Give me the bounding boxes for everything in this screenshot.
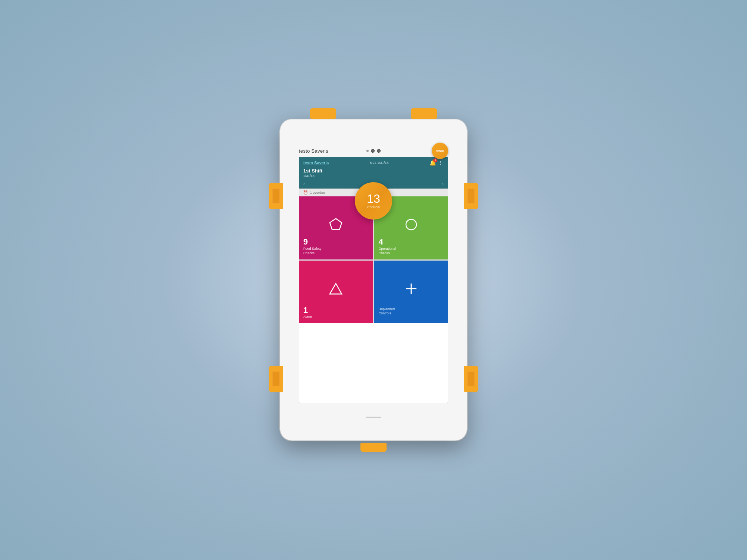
handle-left-bottom xyxy=(269,366,283,392)
shift-title: 1st Shift xyxy=(303,167,444,174)
device-brand: testo Saveris xyxy=(299,148,328,154)
handle-left-top xyxy=(269,183,283,209)
device-top-bar: testo Saveris testo xyxy=(299,140,448,161)
plus-icon xyxy=(404,281,419,298)
device-sensors xyxy=(366,149,381,153)
overdue-icon: ⏰ xyxy=(303,190,308,195)
sensor-dot xyxy=(366,150,369,152)
unplanned-label: UnplannedControls xyxy=(379,307,395,316)
handle-top-right xyxy=(411,108,437,119)
device-body: testo Saveris testo testo Saveris 8:24 1… xyxy=(280,119,467,441)
handle-right-bottom xyxy=(464,366,478,392)
handle-right-top xyxy=(464,183,478,209)
home-bar xyxy=(366,417,381,418)
circle-icon xyxy=(404,217,419,234)
handle-top-left xyxy=(310,108,336,119)
camera-sensor xyxy=(377,149,381,153)
testo-logo: testo xyxy=(432,143,448,159)
svg-marker-0 xyxy=(330,219,342,230)
operational-label: OperationalChecks xyxy=(379,247,396,255)
tile-alarm[interactable]: 1 Alarm xyxy=(299,261,373,324)
nav-prev-button[interactable]: ‹ xyxy=(303,181,305,187)
svg-point-1 xyxy=(406,220,416,230)
controls-count: 13 xyxy=(367,193,380,205)
app-time: 8:24 1/31/18 xyxy=(370,161,388,165)
handle-bottom xyxy=(360,443,387,452)
camera-front xyxy=(371,149,375,153)
svg-marker-2 xyxy=(330,283,342,294)
operational-count: 4 xyxy=(379,238,383,246)
alarm-label: Alarm xyxy=(303,315,312,320)
food-safety-label: Food SafetyChecks xyxy=(303,247,322,255)
device: testo Saveris testo testo Saveris 8:24 1… xyxy=(269,108,478,452)
shift-date: 1/31/18 xyxy=(303,174,444,178)
pentagon-icon xyxy=(328,217,343,234)
overdue-text: 1 overdue xyxy=(310,191,325,195)
controls-label: Controls xyxy=(367,205,380,209)
alarm-count: 1 xyxy=(303,306,308,314)
shift-name[interactable]: 1st Shift xyxy=(303,168,322,174)
triangle-icon xyxy=(328,281,343,298)
food-safety-count: 9 xyxy=(303,238,308,246)
tile-unplanned[interactable]: UnplannedControls xyxy=(374,261,449,324)
screen: testo Saveris 8:24 1/31/18 🔔 1 ⋮ 1st Shi… xyxy=(299,157,448,403)
home-bar-area xyxy=(366,417,381,418)
controls-circle: 13 Controls xyxy=(355,182,392,220)
grid-container: 13 Controls 9 Food SafetyChecks xyxy=(299,196,448,323)
nav-next-button[interactable]: › xyxy=(442,181,444,187)
